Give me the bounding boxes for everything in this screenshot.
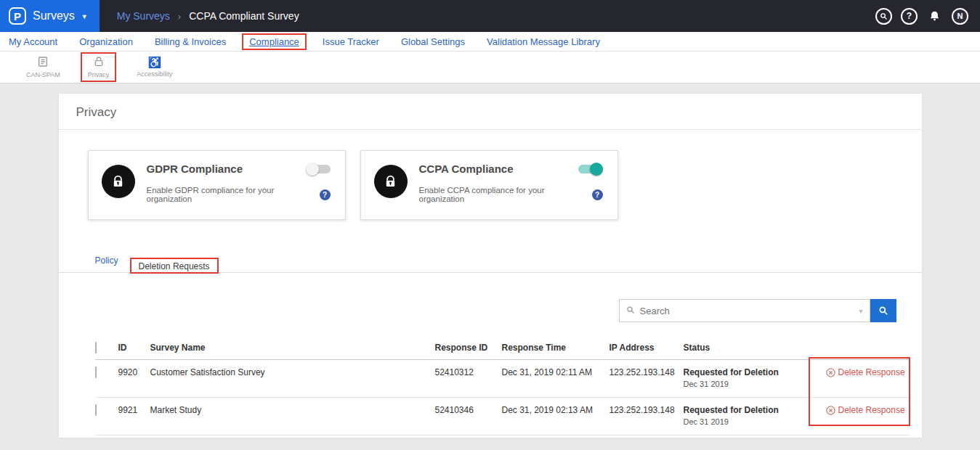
cell-status: Requested for Deletion Dec 31 2019 — [684, 360, 826, 398]
settings-nav: My Account Organization Billing & Invoic… — [0, 32, 980, 52]
cell-response-id: 52410312 — [435, 360, 502, 398]
search-row: ▾ — [59, 273, 922, 322]
chevron-down-icon: ▼ — [81, 13, 88, 20]
table-row: 9920 Customer Satisfaction Survey 524103… — [95, 360, 909, 398]
circle-x-icon — [826, 368, 835, 377]
lock-icon — [374, 165, 408, 198]
deletion-requests-table-wrap: ID Survey Name Response ID Response Time… — [95, 338, 909, 435]
ccpa-title: CCPA Compliance — [419, 163, 514, 175]
nav-global-settings[interactable]: Global Settings — [401, 36, 465, 47]
nav-billing-invoices[interactable]: Billing & Invoices — [155, 36, 226, 47]
tab-policy[interactable]: Policy — [88, 250, 126, 272]
delete-response-label: Delete Response — [838, 367, 905, 377]
delete-response-button[interactable]: Delete Response — [826, 405, 905, 415]
ccpa-help-icon[interactable]: ? — [592, 189, 603, 200]
nav-issue-tracker[interactable]: Issue Tracker — [323, 36, 379, 47]
compliance-toolbar: CAN-SPAM Privacy ♿ Accessibility — [0, 52, 980, 83]
cell-survey-name: Market Study — [150, 398, 435, 435]
gdpr-description: Enable GDPR compliance for your organiza… — [147, 186, 320, 203]
nav-compliance[interactable]: Compliance — [249, 36, 299, 47]
status-date: Dec 31 2019 — [684, 417, 826, 426]
subnav-can-spam[interactable]: CAN-SPAM — [20, 54, 66, 81]
nav-organization[interactable]: Organization — [79, 36, 133, 47]
cell-actions: Delete Response — [826, 398, 909, 435]
annotation-box-privacy: Privacy — [81, 52, 117, 82]
row-checkbox[interactable] — [95, 404, 97, 416]
topbar-icons: ? N — [875, 8, 980, 25]
breadcrumb-my-surveys[interactable]: My Surveys — [117, 10, 170, 22]
tab-deletion-requests[interactable]: Deletion Requests — [131, 258, 217, 277]
accessibility-icon: ♿ — [148, 57, 162, 68]
search-box: ▾ — [619, 299, 870, 322]
topbar: P Surveys ▼ My Surveys › CCPA Compliant … — [0, 0, 980, 32]
ccpa-compliance-card: CCPA Compliance Enable CCPA compliance f… — [360, 150, 618, 220]
col-status: Status — [684, 338, 826, 360]
brand-logo: P — [9, 7, 26, 25]
chevron-down-icon[interactable]: ▾ — [859, 307, 862, 315]
subnav-label: CAN-SPAM — [26, 71, 60, 78]
select-all-checkbox[interactable] — [95, 342, 97, 353]
cell-ip-address: 123.252.193.148 — [610, 360, 684, 398]
ccpa-card-body: CCPA Compliance Enable CCPA compliance f… — [419, 163, 604, 203]
gdpr-title: GDPR Compliance — [147, 163, 243, 175]
lock-icon — [93, 56, 105, 69]
col-actions — [826, 338, 909, 360]
content-area: Privacy GDPR Compliance Enable GDPR comp… — [0, 83, 980, 450]
annotation-box-deletion-requests: Deletion Requests — [130, 258, 219, 274]
col-response-time: Response Time — [502, 338, 610, 360]
page-title: Privacy — [59, 94, 922, 130]
search-button[interactable] — [870, 299, 896, 322]
delete-response-label: Delete Response — [838, 405, 905, 415]
table-header-row: ID Survey Name Response ID Response Time… — [95, 338, 909, 360]
gdpr-toggle[interactable] — [306, 165, 331, 173]
cell-actions: Delete Response — [826, 360, 909, 398]
search-input[interactable] — [640, 306, 854, 316]
col-survey-name: Survey Name — [150, 338, 435, 360]
breadcrumb: My Surveys › CCPA Compliant Survey — [117, 10, 299, 22]
ccpa-toggle[interactable] — [578, 165, 603, 173]
table-row: 9921 Market Study 52410346 Dec 31, 2019 … — [95, 398, 909, 435]
circle-x-icon — [826, 406, 835, 415]
ccpa-description: Enable CCPA compliance for your organiza… — [419, 186, 592, 203]
app-switcher[interactable]: P Surveys ▼ — [0, 0, 100, 32]
subnav-accessibility[interactable]: ♿ Accessibility — [131, 54, 178, 80]
cell-response-time: Dec 31, 2019 02:11 AM — [502, 360, 610, 398]
status-text: Requested for Deletion — [684, 367, 826, 377]
lock-icon — [102, 165, 135, 198]
nav-validation-message-library[interactable]: Validation Message Library — [487, 36, 600, 47]
annotation-box-compliance: Compliance — [242, 33, 307, 50]
subnav-label: Accessibility — [137, 70, 172, 78]
cell-id: 9920 — [118, 360, 150, 398]
col-ip-address: IP Address — [610, 338, 684, 360]
nav-my-account[interactable]: My Account — [9, 36, 57, 47]
status-date: Dec 31 2019 — [684, 380, 826, 388]
privacy-tabs: Policy Deletion Requests — [59, 250, 922, 273]
gdpr-card-body: GDPR Compliance Enable GDPR compliance f… — [147, 163, 332, 203]
cell-id: 9921 — [118, 398, 150, 435]
notifications-bell-icon[interactable] — [926, 8, 943, 25]
search-icon — [626, 304, 635, 317]
status-text: Requested for Deletion — [684, 405, 826, 415]
delete-response-button[interactable]: Delete Response — [826, 367, 905, 377]
col-response-id: Response ID — [435, 338, 502, 360]
subnav-privacy[interactable]: Privacy — [82, 54, 116, 81]
compliance-cards: GDPR Compliance Enable GDPR compliance f… — [59, 130, 922, 220]
row-checkbox[interactable] — [95, 367, 97, 378]
cell-survey-name: Customer Satisfaction Survey — [150, 360, 435, 398]
cell-response-time: Dec 31, 2019 02:13 AM — [502, 398, 610, 435]
subnav-label: Privacy — [88, 71, 110, 78]
col-id: ID — [118, 338, 150, 360]
privacy-panel: Privacy GDPR Compliance Enable GDPR comp… — [59, 94, 922, 438]
avatar[interactable]: N — [952, 8, 968, 25]
gdpr-help-icon[interactable]: ? — [320, 189, 331, 200]
deletion-requests-table: ID Survey Name Response ID Response Time… — [95, 338, 909, 435]
cell-status: Requested for Deletion Dec 31 2019 — [684, 398, 826, 435]
help-icon[interactable]: ? — [901, 8, 918, 25]
breadcrumb-separator: › — [178, 11, 181, 22]
breadcrumb-current: CCPA Compliant Survey — [189, 10, 299, 22]
cell-ip-address: 123.252.193.148 — [610, 398, 684, 435]
toggle-knob — [590, 163, 603, 176]
toggle-knob — [306, 163, 319, 176]
search-icon[interactable] — [875, 8, 892, 25]
brand-label: Surveys — [33, 9, 75, 22]
